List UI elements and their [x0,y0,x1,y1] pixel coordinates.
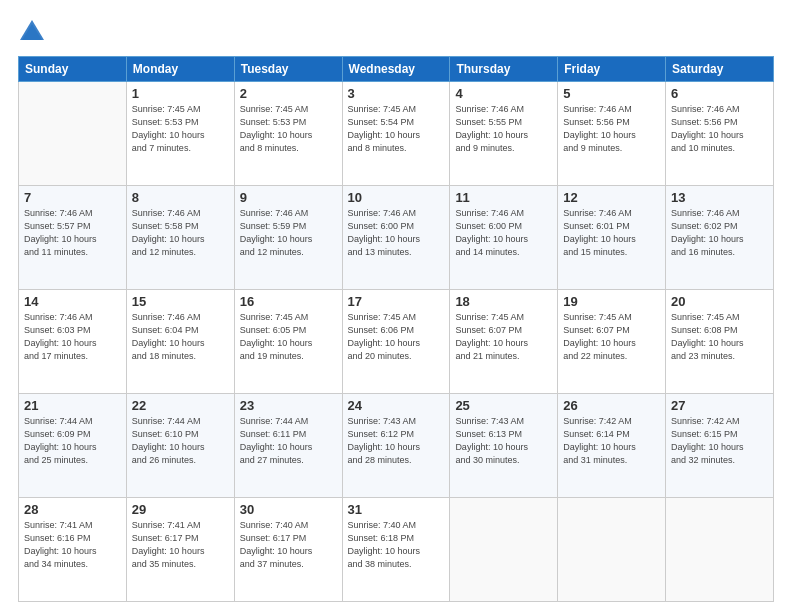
calendar-cell: 17Sunrise: 7:45 AM Sunset: 6:06 PM Dayli… [342,290,450,394]
day-number: 10 [348,190,445,205]
weekday-header-tuesday: Tuesday [234,57,342,82]
day-number: 21 [24,398,121,413]
day-info: Sunrise: 7:46 AM Sunset: 5:55 PM Dayligh… [455,103,552,155]
day-info: Sunrise: 7:46 AM Sunset: 6:04 PM Dayligh… [132,311,229,363]
calendar-cell: 5Sunrise: 7:46 AM Sunset: 5:56 PM Daylig… [558,82,666,186]
day-number: 6 [671,86,768,101]
day-number: 18 [455,294,552,309]
day-info: Sunrise: 7:44 AM Sunset: 6:10 PM Dayligh… [132,415,229,467]
day-number: 15 [132,294,229,309]
calendar-cell: 1Sunrise: 7:45 AM Sunset: 5:53 PM Daylig… [126,82,234,186]
day-number: 23 [240,398,337,413]
day-number: 2 [240,86,337,101]
calendar-cell: 27Sunrise: 7:42 AM Sunset: 6:15 PM Dayli… [666,394,774,498]
calendar-cell: 4Sunrise: 7:46 AM Sunset: 5:55 PM Daylig… [450,82,558,186]
day-info: Sunrise: 7:45 AM Sunset: 6:08 PM Dayligh… [671,311,768,363]
day-info: Sunrise: 7:40 AM Sunset: 6:17 PM Dayligh… [240,519,337,571]
day-number: 7 [24,190,121,205]
day-number: 13 [671,190,768,205]
logo-icon [18,18,46,46]
header [18,18,774,46]
calendar-cell: 23Sunrise: 7:44 AM Sunset: 6:11 PM Dayli… [234,394,342,498]
day-number: 17 [348,294,445,309]
weekday-header-wednesday: Wednesday [342,57,450,82]
day-number: 19 [563,294,660,309]
weekday-header-row: SundayMondayTuesdayWednesdayThursdayFrid… [19,57,774,82]
calendar-cell: 9Sunrise: 7:46 AM Sunset: 5:59 PM Daylig… [234,186,342,290]
day-number: 3 [348,86,445,101]
day-info: Sunrise: 7:46 AM Sunset: 6:00 PM Dayligh… [348,207,445,259]
weekday-header-saturday: Saturday [666,57,774,82]
day-info: Sunrise: 7:46 AM Sunset: 5:56 PM Dayligh… [671,103,768,155]
day-number: 22 [132,398,229,413]
calendar-week-2: 7Sunrise: 7:46 AM Sunset: 5:57 PM Daylig… [19,186,774,290]
calendar-table: SundayMondayTuesdayWednesdayThursdayFrid… [18,56,774,602]
calendar-cell: 3Sunrise: 7:45 AM Sunset: 5:54 PM Daylig… [342,82,450,186]
day-info: Sunrise: 7:46 AM Sunset: 5:56 PM Dayligh… [563,103,660,155]
weekday-header-thursday: Thursday [450,57,558,82]
calendar-cell: 29Sunrise: 7:41 AM Sunset: 6:17 PM Dayli… [126,498,234,602]
day-number: 8 [132,190,229,205]
day-number: 9 [240,190,337,205]
day-number: 11 [455,190,552,205]
day-info: Sunrise: 7:46 AM Sunset: 6:03 PM Dayligh… [24,311,121,363]
calendar-cell [558,498,666,602]
day-number: 29 [132,502,229,517]
day-number: 20 [671,294,768,309]
weekday-header-monday: Monday [126,57,234,82]
day-info: Sunrise: 7:46 AM Sunset: 5:59 PM Dayligh… [240,207,337,259]
day-number: 24 [348,398,445,413]
day-info: Sunrise: 7:43 AM Sunset: 6:13 PM Dayligh… [455,415,552,467]
calendar-week-5: 28Sunrise: 7:41 AM Sunset: 6:16 PM Dayli… [19,498,774,602]
day-info: Sunrise: 7:45 AM Sunset: 5:53 PM Dayligh… [132,103,229,155]
day-number: 5 [563,86,660,101]
calendar-cell: 18Sunrise: 7:45 AM Sunset: 6:07 PM Dayli… [450,290,558,394]
calendar-cell: 8Sunrise: 7:46 AM Sunset: 5:58 PM Daylig… [126,186,234,290]
calendar-cell: 25Sunrise: 7:43 AM Sunset: 6:13 PM Dayli… [450,394,558,498]
day-info: Sunrise: 7:46 AM Sunset: 5:58 PM Dayligh… [132,207,229,259]
day-number: 26 [563,398,660,413]
calendar-cell [19,82,127,186]
calendar-cell: 6Sunrise: 7:46 AM Sunset: 5:56 PM Daylig… [666,82,774,186]
calendar-cell: 16Sunrise: 7:45 AM Sunset: 6:05 PM Dayli… [234,290,342,394]
day-info: Sunrise: 7:44 AM Sunset: 6:11 PM Dayligh… [240,415,337,467]
weekday-header-friday: Friday [558,57,666,82]
day-info: Sunrise: 7:45 AM Sunset: 5:53 PM Dayligh… [240,103,337,155]
day-number: 28 [24,502,121,517]
day-number: 12 [563,190,660,205]
calendar-cell: 30Sunrise: 7:40 AM Sunset: 6:17 PM Dayli… [234,498,342,602]
calendar-cell: 26Sunrise: 7:42 AM Sunset: 6:14 PM Dayli… [558,394,666,498]
calendar-page: SundayMondayTuesdayWednesdayThursdayFrid… [0,0,792,612]
day-info: Sunrise: 7:41 AM Sunset: 6:17 PM Dayligh… [132,519,229,571]
calendar-week-1: 1Sunrise: 7:45 AM Sunset: 5:53 PM Daylig… [19,82,774,186]
calendar-cell: 10Sunrise: 7:46 AM Sunset: 6:00 PM Dayli… [342,186,450,290]
calendar-cell: 15Sunrise: 7:46 AM Sunset: 6:04 PM Dayli… [126,290,234,394]
calendar-cell: 12Sunrise: 7:46 AM Sunset: 6:01 PM Dayli… [558,186,666,290]
day-number: 14 [24,294,121,309]
day-info: Sunrise: 7:43 AM Sunset: 6:12 PM Dayligh… [348,415,445,467]
calendar-cell: 21Sunrise: 7:44 AM Sunset: 6:09 PM Dayli… [19,394,127,498]
day-number: 1 [132,86,229,101]
calendar-cell: 2Sunrise: 7:45 AM Sunset: 5:53 PM Daylig… [234,82,342,186]
calendar-cell: 31Sunrise: 7:40 AM Sunset: 6:18 PM Dayli… [342,498,450,602]
day-info: Sunrise: 7:42 AM Sunset: 6:15 PM Dayligh… [671,415,768,467]
day-info: Sunrise: 7:45 AM Sunset: 6:06 PM Dayligh… [348,311,445,363]
day-info: Sunrise: 7:40 AM Sunset: 6:18 PM Dayligh… [348,519,445,571]
day-number: 25 [455,398,552,413]
logo [18,18,50,46]
calendar-week-4: 21Sunrise: 7:44 AM Sunset: 6:09 PM Dayli… [19,394,774,498]
calendar-cell: 28Sunrise: 7:41 AM Sunset: 6:16 PM Dayli… [19,498,127,602]
day-info: Sunrise: 7:41 AM Sunset: 6:16 PM Dayligh… [24,519,121,571]
day-info: Sunrise: 7:45 AM Sunset: 6:07 PM Dayligh… [455,311,552,363]
day-number: 4 [455,86,552,101]
day-info: Sunrise: 7:42 AM Sunset: 6:14 PM Dayligh… [563,415,660,467]
calendar-cell [666,498,774,602]
calendar-cell [450,498,558,602]
calendar-cell: 7Sunrise: 7:46 AM Sunset: 5:57 PM Daylig… [19,186,127,290]
calendar-week-3: 14Sunrise: 7:46 AM Sunset: 6:03 PM Dayli… [19,290,774,394]
day-info: Sunrise: 7:46 AM Sunset: 6:01 PM Dayligh… [563,207,660,259]
day-info: Sunrise: 7:45 AM Sunset: 6:07 PM Dayligh… [563,311,660,363]
calendar-cell: 19Sunrise: 7:45 AM Sunset: 6:07 PM Dayli… [558,290,666,394]
day-info: Sunrise: 7:45 AM Sunset: 6:05 PM Dayligh… [240,311,337,363]
day-number: 16 [240,294,337,309]
